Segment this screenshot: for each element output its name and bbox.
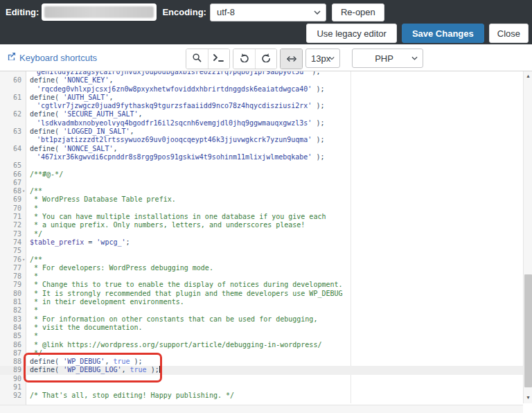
redo-button[interactable] xyxy=(255,49,276,69)
code-token: , xyxy=(109,94,113,101)
fold-toggle-icon[interactable]: ▾ xyxy=(22,187,25,195)
line-number: 69 xyxy=(0,195,21,204)
code-line[interactable]: 69 * WordPress Database Table prefix. xyxy=(0,195,523,204)
arrow-up-icon: ▲ xyxy=(526,73,531,78)
line-number: 74 xyxy=(0,238,21,247)
code-token: define( xyxy=(30,366,63,374)
code-token: * a unique prefix. Only numbers, letters… xyxy=(30,221,305,229)
code-token: , xyxy=(139,110,143,118)
code-line[interactable]: 89define( 'WP_DEBUG_LOG', true ); xyxy=(0,366,523,374)
code-line[interactable]: 65 xyxy=(0,161,523,170)
redacted-filename xyxy=(44,6,154,18)
scroll-down-button[interactable]: ▼ xyxy=(524,393,532,402)
code-line[interactable]: 68▾/** xyxy=(0,187,523,195)
code-line[interactable]: 81 * in their development environments. xyxy=(0,298,523,306)
line-number: 60 xyxy=(0,76,21,85)
undo-button[interactable] xyxy=(233,49,255,69)
code-token: 'NONCE_KEY' xyxy=(63,76,109,84)
line-number: 92 xyxy=(0,392,21,400)
search-button[interactable] xyxy=(186,49,208,69)
undo-redo-group xyxy=(233,49,277,69)
line-number: 68 xyxy=(0,187,21,195)
vertical-scrollbar[interactable]: ▲ ▼ xyxy=(523,71,532,403)
code-token: * xyxy=(30,272,38,280)
code-line[interactable]: 75 xyxy=(0,247,523,255)
code-line[interactable]: 76▾/** xyxy=(0,256,523,264)
reopen-button[interactable]: Re-open xyxy=(332,3,384,21)
code-line[interactable]: 64define( 'NONCE_SALT', xyxy=(0,145,523,153)
terminal-button[interactable] xyxy=(208,49,229,69)
line-number: 90 xyxy=(0,375,21,383)
scroll-up-button[interactable]: ▲ xyxy=(524,71,532,80)
horizontal-scrollbar[interactable] xyxy=(0,405,523,413)
language-mode-select[interactable]: PHP xyxy=(352,49,423,68)
line-number: 78 xyxy=(0,272,21,281)
code-token: = xyxy=(84,238,96,246)
code-line[interactable]: 62define( 'SECURE_AUTH_SALT', xyxy=(0,110,523,118)
word-wrap-button[interactable] xyxy=(281,49,302,69)
code-line[interactable]: 80 * It is strongly recommended that plu… xyxy=(0,290,523,298)
code-token: ); xyxy=(312,85,324,93)
code-line[interactable]: 66/**#@-*/ xyxy=(0,170,523,179)
code-token: , xyxy=(130,128,134,135)
filename-field[interactable] xyxy=(42,3,157,21)
vertical-scrollbar-thumb[interactable] xyxy=(524,274,532,387)
code-line[interactable]: 'cgtlvr7jzwgcz0juad9fythaskq9tgurzsfaaii… xyxy=(0,102,523,110)
code-token: , xyxy=(113,145,117,152)
encoding-select[interactable]: utf-8 xyxy=(210,3,326,21)
code-editor[interactable]: gen1tddyz1zagsycair0jnvuxj0up0ubgaxb1sre… xyxy=(0,71,532,413)
line-number: 82 xyxy=(0,306,21,315)
font-size-select[interactable]: 13px xyxy=(305,49,340,68)
code-token: * Change this to true to enable the disp… xyxy=(30,281,343,288)
code-line[interactable]: 77 * For developers: WordPress debugging… xyxy=(0,264,523,272)
code-line[interactable]: 74$table_prefix = 'wpcg_'; xyxy=(0,238,523,247)
code-line[interactable]: 72 * a unique prefix. Only numbers, lett… xyxy=(0,221,523,229)
code-line[interactable]: 'bt1pzjatizzzdt2lrtssywuoz69uv0jooqcqeyp… xyxy=(0,136,523,144)
code-line[interactable]: gen1tddyz1zagsycair0jnvuxj0up0ubgaxb1sre… xyxy=(0,71,523,76)
code-token: 'wpcg_' xyxy=(96,238,125,246)
code-token: 'SECURE_AUTH_SALT' xyxy=(63,110,138,118)
code-line[interactable]: 87 */ xyxy=(0,349,523,358)
code-line[interactable]: 86 * @link https://wordpress.org/support… xyxy=(0,341,523,349)
code-line[interactable]: 78 * xyxy=(0,272,523,281)
code-line[interactable]: 'rqcdeg0vhlxpjcsxj6zn0w8pxyxhetwfoviddxh… xyxy=(0,85,523,94)
code-token: * xyxy=(30,332,38,340)
code-line[interactable]: 90 xyxy=(0,375,523,383)
code-line[interactable]: 85 * xyxy=(0,332,523,340)
line-number: 84 xyxy=(0,324,21,332)
code-line[interactable]: 70 * xyxy=(0,204,523,213)
code-line[interactable]: 67 xyxy=(0,179,523,187)
legacy-editor-button[interactable]: Use legacy editor xyxy=(306,24,396,43)
code-line[interactable]: 92/* That's all, stop editing! Happy pub… xyxy=(0,392,523,400)
code-line[interactable]: 60define( 'NONCE_KEY', xyxy=(0,76,523,85)
code-line[interactable]: 88define( 'WP_DEBUG', true ); xyxy=(0,358,523,366)
line-number: 79 xyxy=(0,281,21,289)
code-line[interactable]: 'lsdkvadmbxnobyeolvyq4bgodfr16il2sqcnh6v… xyxy=(0,119,523,128)
code-line[interactable]: 63define( 'LOGGED_IN_SALT', xyxy=(0,128,523,136)
code-token: , xyxy=(121,366,130,374)
code-line[interactable]: 73 */ xyxy=(0,230,523,238)
code-token: ; xyxy=(126,238,130,246)
code-line[interactable]: 61define( 'AUTH_SALT', xyxy=(0,94,523,102)
arrow-down-icon: ▼ xyxy=(526,395,531,400)
file-editor-window: Editing: Encoding: utf-8 Re-open Use leg… xyxy=(0,0,532,413)
code-token: ); xyxy=(312,153,324,161)
code-line[interactable]: 82 * xyxy=(0,306,523,315)
keyboard-shortcuts-label: Keyboard shortcuts xyxy=(19,53,97,63)
code-token: * For information on other constants tha… xyxy=(30,315,317,323)
code-token: gen1tddyz1zagsycair0jnvuxj0up0ubgaxb1sre… xyxy=(37,71,308,76)
fold-toggle-icon[interactable]: ▾ xyxy=(22,256,25,264)
code-token: '467ixr36kgwvdi6cpnddr8s8rgg9pos91gskiw4… xyxy=(37,153,312,161)
code-line[interactable]: 83 * For information on other constants … xyxy=(0,315,523,324)
code-token: * xyxy=(30,306,38,314)
code-token: * For developers: WordPress debugging mo… xyxy=(30,264,213,272)
close-button[interactable]: Close xyxy=(489,24,529,43)
code-line[interactable]: '467ixr36kgwvdi6cpnddr8s8rgg9pos91gskiw4… xyxy=(0,153,523,161)
search-terminal-group xyxy=(186,49,230,69)
code-line[interactable]: 79 * Change this to true to enable the d… xyxy=(0,281,523,289)
keyboard-shortcuts-link[interactable]: Keyboard shortcuts xyxy=(7,52,97,63)
code-line[interactable]: 91 xyxy=(0,383,523,392)
code-line[interactable]: 84 * visit the documentation. xyxy=(0,324,523,332)
save-changes-button[interactable]: Save Changes xyxy=(402,24,484,43)
code-line[interactable]: 71 * You can have multiple installations… xyxy=(0,213,523,221)
